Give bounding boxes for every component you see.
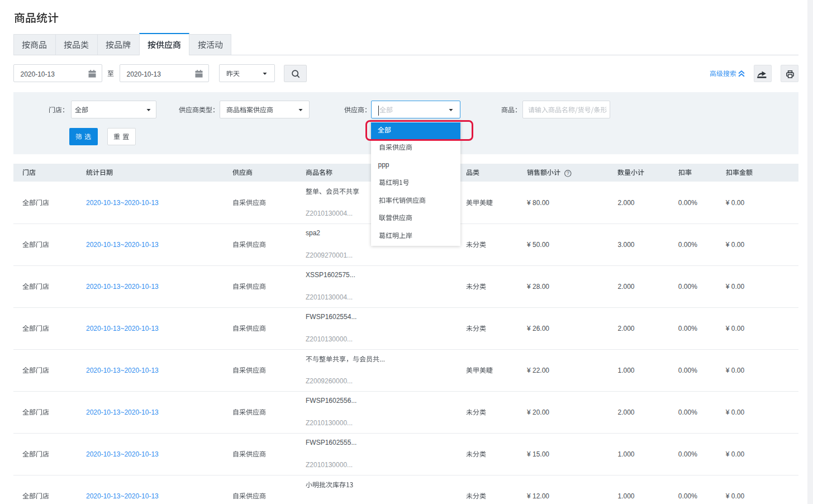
svg-text:?: ? <box>567 170 569 176</box>
